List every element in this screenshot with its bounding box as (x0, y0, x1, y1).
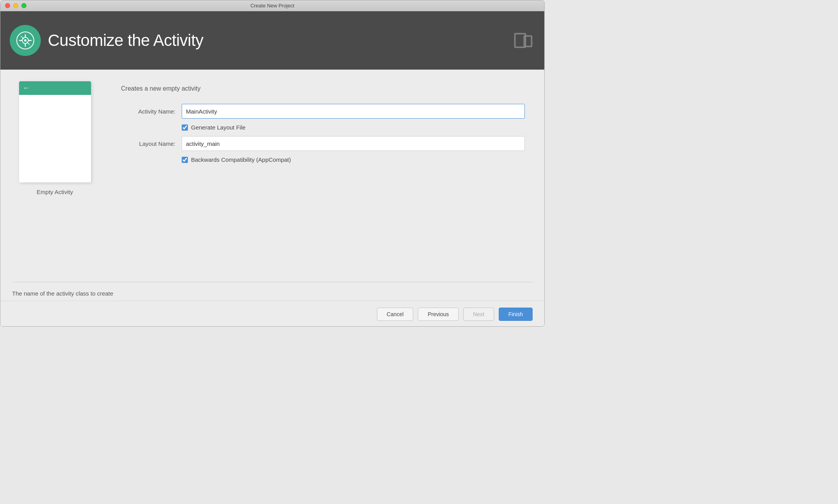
android-logo-icon (10, 25, 41, 56)
back-arrow-icon: ← (23, 84, 30, 92)
help-text: The name of the activity class to create (0, 290, 544, 301)
description-text: Creates a new empty activity (121, 85, 525, 92)
traffic-lights (5, 3, 26, 8)
header: Customize the Activity (0, 11, 544, 70)
right-panel: Creates a new empty activity Activity Na… (98, 77, 533, 266)
finish-button[interactable]: Finish (499, 308, 533, 321)
close-button[interactable] (5, 3, 10, 8)
header-left: Customize the Activity (10, 25, 203, 56)
phone-body (19, 95, 91, 182)
left-panel: ← Empty Activity (12, 77, 98, 266)
window-title: Create New Project (251, 3, 295, 9)
svg-rect-10 (515, 34, 525, 47)
activity-name-label: Activity Name: (121, 108, 175, 115)
footer: Cancel Previous Next Finish (0, 301, 544, 327)
form-section: Activity Name: Generate Layout File Layo… (121, 104, 525, 163)
backwards-compat-label: Backwards Compatibility (AppCompat) (191, 156, 291, 163)
content-area: ← Empty Activity Creates a new empty act… (0, 70, 544, 274)
activity-name-row: Activity Name: (121, 104, 525, 119)
generate-layout-row: Generate Layout File (182, 124, 525, 131)
divider (12, 282, 533, 282)
maximize-button[interactable] (21, 3, 26, 8)
next-button: Next (463, 308, 494, 321)
layout-name-input[interactable] (182, 136, 525, 151)
phone-label: Empty Activity (37, 189, 73, 195)
phone-preview: ← (19, 81, 91, 182)
minimize-button[interactable] (13, 3, 18, 8)
device-icon (512, 29, 535, 52)
layout-name-label: Layout Name: (121, 140, 175, 147)
svg-point-8 (24, 39, 26, 42)
title-bar: Create New Project (0, 0, 544, 11)
page-title: Customize the Activity (48, 31, 203, 50)
layout-name-row: Layout Name: (121, 136, 525, 151)
phone-status-bar: ← (19, 81, 91, 95)
backwards-compat-row: Backwards Compatibility (AppCompat) (182, 156, 525, 163)
main-content: ← Empty Activity Creates a new empty act… (0, 70, 544, 327)
generate-layout-label: Generate Layout File (191, 124, 245, 131)
previous-button[interactable]: Previous (418, 308, 458, 321)
backwards-compat-checkbox[interactable] (182, 157, 188, 163)
generate-layout-checkbox[interactable] (182, 124, 188, 131)
activity-name-input[interactable] (182, 104, 525, 119)
cancel-button[interactable]: Cancel (377, 308, 414, 321)
